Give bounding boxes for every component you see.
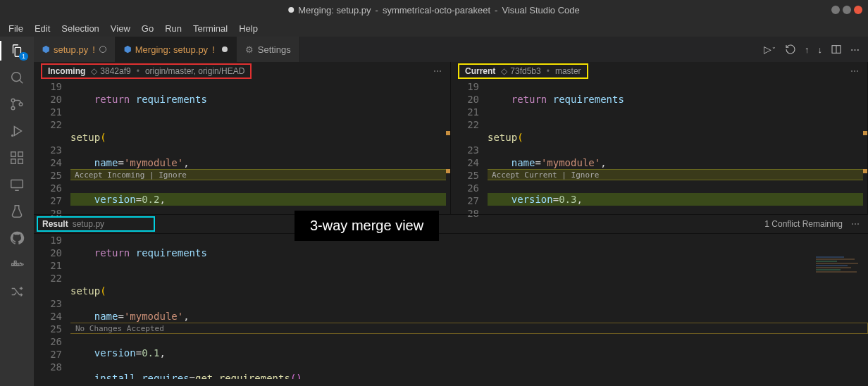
pane-more-icon[interactable]: ⋯ xyxy=(850,66,860,76)
more-actions-icon[interactable]: ⋯ xyxy=(850,44,860,55)
minimap[interactable] xyxy=(816,256,865,306)
revert-icon[interactable] xyxy=(785,44,796,55)
run-debug-icon[interactable] xyxy=(8,123,25,139)
svg-point-0 xyxy=(12,73,21,82)
accept-current-codelens[interactable]: Accept Current | Ignore xyxy=(488,169,863,180)
svg-rect-8 xyxy=(18,152,23,156)
current-hash: 73fd5b3 xyxy=(510,66,540,76)
line-gutter: 19202122232425262728 xyxy=(34,80,70,214)
pane-more-icon[interactable]: ⋯ xyxy=(433,66,443,76)
commit-icon: ◇ xyxy=(501,66,507,76)
modified-ring-icon xyxy=(99,46,106,53)
search-icon[interactable] xyxy=(8,69,25,86)
extensions-icon[interactable] xyxy=(8,149,25,166)
title-app: Visual Studio Code xyxy=(502,5,579,15)
run-icon[interactable]: ▷⌄ xyxy=(764,44,776,55)
editor-actions: ▷⌄ ↑ ↓ ⋯ xyxy=(764,44,868,55)
current-code-pane[interactable]: 19202122232425262728 return requirements… xyxy=(451,80,868,214)
code-content: return requirements setup( name='mymodul… xyxy=(488,80,863,214)
menu-view[interactable]: View xyxy=(106,22,135,35)
explorer-badge: 1 xyxy=(19,52,28,61)
window-maximize-icon[interactable] xyxy=(843,6,851,14)
docker-icon[interactable] xyxy=(8,256,25,273)
menu-terminal[interactable]: Terminal xyxy=(189,22,232,35)
svg-point-2 xyxy=(11,106,15,110)
python-file-icon: ⬢ xyxy=(124,44,131,54)
svg-rect-13 xyxy=(14,261,16,263)
accept-incoming-codelens[interactable]: Accept Incoming | Ignore xyxy=(70,169,446,180)
result-more-icon[interactable]: ⋯ xyxy=(851,219,861,229)
no-changes-accepted-label: No Changes Accepted xyxy=(70,323,868,334)
unsaved-dot-icon xyxy=(288,7,294,13)
code-content: return requirements setup( name='mymodul… xyxy=(70,234,868,379)
shuffle-icon[interactable] xyxy=(8,283,25,300)
window-close-icon[interactable] xyxy=(854,6,862,14)
line-gutter: 19202122232425262728 xyxy=(451,80,488,214)
current-header: Current ◇73fd5b3 • master ⋯ xyxy=(451,62,868,80)
tab-merging-setup-py[interactable]: ⬢ Merging: setup.py ! xyxy=(116,37,237,62)
line-gutter: 19202122232425262728 xyxy=(34,234,70,379)
menu-file[interactable]: File xyxy=(4,22,27,35)
split-editor-icon[interactable] xyxy=(831,44,842,55)
title-project: symmetrical-octo-parakeet xyxy=(383,5,490,15)
menu-go[interactable]: Go xyxy=(137,22,158,35)
activity-bar: 1 xyxy=(0,37,34,386)
incoming-code-pane[interactable]: 19202122232425262728 return requirements… xyxy=(34,80,451,214)
svg-rect-9 xyxy=(11,180,23,188)
current-label: Current xyxy=(465,66,495,76)
testing-icon[interactable] xyxy=(8,203,25,220)
arrow-up-icon[interactable]: ↑ xyxy=(805,44,810,55)
result-header: Result setup.py 3-way merge view 1 Confl… xyxy=(34,214,868,234)
menu-bar: File Edit Selection View Go Run Terminal… xyxy=(0,20,868,37)
svg-rect-7 xyxy=(18,159,23,163)
svg-point-1 xyxy=(11,99,15,102)
svg-point-4 xyxy=(12,135,13,137)
python-file-icon: ⬢ xyxy=(42,44,49,54)
remote-icon[interactable] xyxy=(8,176,25,193)
overview-ruler xyxy=(863,80,867,214)
result-code-pane[interactable]: 19202122232425262728 return requirements… xyxy=(34,234,868,379)
menu-selection[interactable]: Selection xyxy=(57,22,103,35)
window-titlebar: Merging: setup.py - symmetrical-octo-par… xyxy=(0,0,868,20)
github-icon[interactable] xyxy=(8,230,25,247)
svg-point-3 xyxy=(19,103,23,106)
arrow-down-icon[interactable]: ↓ xyxy=(818,44,823,55)
title-filename: Merging: setup.py xyxy=(298,5,371,15)
result-file: setup.py xyxy=(73,219,104,229)
menu-help[interactable]: Help xyxy=(235,22,262,35)
result-label: Result xyxy=(42,219,68,229)
tab-bar: ⬢ setup.py ! ⬢ Merging: setup.py ! ⚙ Set… xyxy=(34,37,868,62)
menu-edit[interactable]: Edit xyxy=(30,22,54,35)
incoming-header: Incoming ◇3842af9 • origin/master, origi… xyxy=(34,62,451,80)
svg-rect-5 xyxy=(11,152,16,156)
incoming-label: Incoming xyxy=(48,66,85,76)
current-branch: master xyxy=(555,66,581,76)
incoming-hash: 3842af9 xyxy=(100,66,130,76)
commit-icon: ◇ xyxy=(91,66,97,76)
settings-icon: ⚙ xyxy=(245,44,254,55)
modified-dot-icon xyxy=(222,46,228,52)
source-control-icon[interactable] xyxy=(8,96,25,113)
overview-ruler xyxy=(446,80,450,214)
code-content: return requirements setup( name='mymodul… xyxy=(70,80,446,214)
svg-rect-6 xyxy=(11,159,16,163)
tab-settings[interactable]: ⚙ Settings xyxy=(237,37,300,62)
window-minimize-icon[interactable] xyxy=(831,6,840,14)
incoming-branch: origin/master, origin/HEAD xyxy=(145,66,244,76)
explorer-icon[interactable]: 1 xyxy=(8,42,25,59)
conflict-remaining-label[interactable]: 1 Conflict Remaining xyxy=(764,219,843,229)
menu-run[interactable]: Run xyxy=(161,22,186,35)
tab-setup-py[interactable]: ⬢ setup.py ! xyxy=(34,37,116,62)
